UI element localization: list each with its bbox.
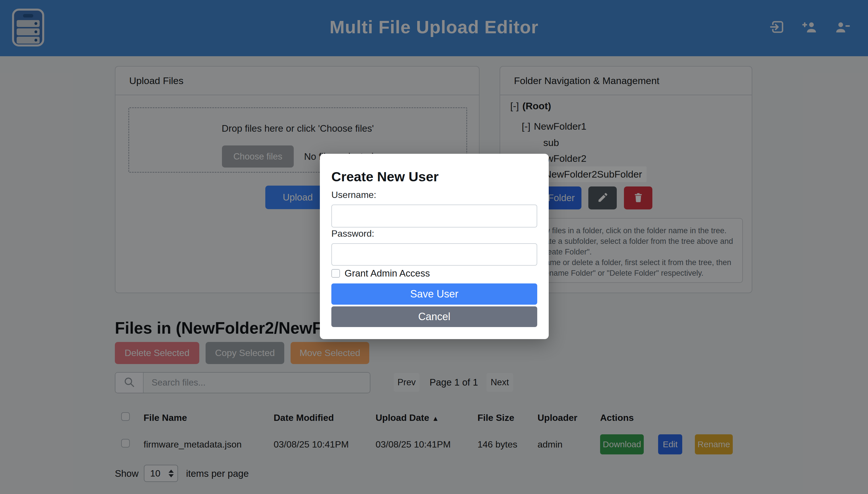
grant-admin-row: Grant Admin Access [331,268,430,279]
grant-admin-checkbox[interactable] [331,269,340,278]
cancel-button[interactable]: Cancel [331,306,537,327]
grant-admin-label: Grant Admin Access [345,268,430,279]
password-input[interactable] [331,243,537,266]
username-label: Username: [331,190,376,200]
username-input[interactable] [331,205,537,228]
app: Multi File Upload Editor [0,0,868,494]
create-user-modal: Create New User Username: Password: Gran… [320,154,549,339]
password-label: Password: [331,228,374,239]
save-user-button[interactable]: Save User [331,283,537,305]
modal-title: Create New User [331,169,439,185]
